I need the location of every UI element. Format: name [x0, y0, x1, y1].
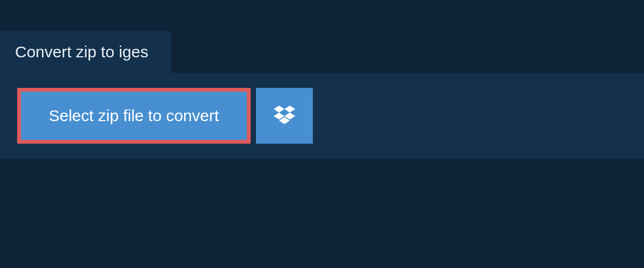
select-file-highlight: Select zip file to convert — [17, 88, 251, 144]
main-panel: Select zip file to convert — [0, 73, 644, 159]
button-row: Select zip file to convert — [17, 88, 627, 144]
select-file-button[interactable]: Select zip file to convert — [21, 92, 247, 140]
page-title: Convert zip to iges — [15, 43, 148, 61]
dropbox-icon — [274, 106, 295, 126]
dropbox-button[interactable] — [256, 88, 313, 144]
tab-header: Convert zip to iges — [0, 31, 171, 73]
